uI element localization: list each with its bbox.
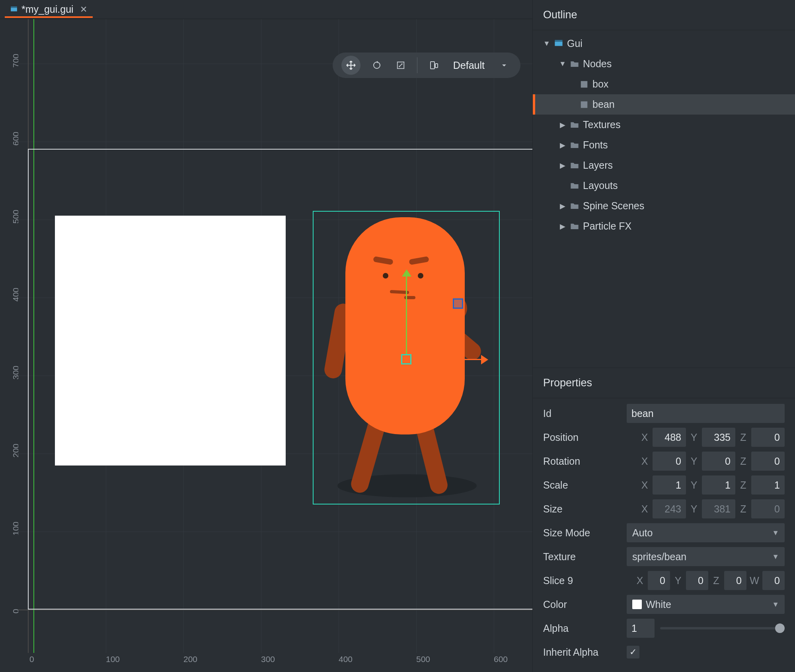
folder-icon bbox=[570, 121, 579, 129]
svg-rect-5 bbox=[435, 64, 438, 68]
move-tool-button[interactable] bbox=[341, 56, 360, 75]
horizontal-ruler: 0 100 200 300 400 500 600 bbox=[18, 653, 532, 672]
svg-point-2 bbox=[374, 62, 380, 68]
texture-label: Texture bbox=[543, 551, 623, 563]
id-label: Id bbox=[543, 408, 623, 419]
gizmo-y-axis[interactable] bbox=[406, 275, 407, 354]
chevron-down-icon: ▼ bbox=[772, 529, 779, 537]
gui-file-icon bbox=[10, 6, 18, 13]
svg-rect-6 bbox=[555, 41, 562, 46]
gizmo-origin[interactable] bbox=[401, 354, 411, 364]
rotation-z-input[interactable] bbox=[751, 452, 785, 471]
slice9-w-input[interactable] bbox=[762, 571, 785, 590]
position-y-input[interactable] bbox=[702, 428, 735, 447]
slice9-y-input[interactable] bbox=[686, 571, 708, 590]
axis-x-line bbox=[18, 610, 532, 610]
svg-rect-1 bbox=[11, 6, 17, 8]
size-mode-select[interactable]: Auto ▼ bbox=[627, 523, 785, 542]
alpha-label: Alpha bbox=[543, 623, 623, 634]
position-x-input[interactable] bbox=[653, 428, 686, 447]
gui-icon bbox=[554, 39, 563, 48]
tree-row-box[interactable]: box bbox=[533, 74, 795, 94]
chevron-right-icon: ▶ bbox=[559, 202, 566, 210]
box-node[interactable] bbox=[55, 216, 286, 466]
tree-row-layouts[interactable]: Layouts bbox=[533, 175, 795, 196]
size-mode-label: Size Mode bbox=[543, 527, 623, 539]
device-preview-button[interactable] bbox=[426, 58, 441, 73]
vertical-ruler: 700 600 500 400 300 200 100 0 bbox=[0, 19, 18, 653]
color-swatch bbox=[632, 600, 642, 609]
slice9-z-input[interactable] bbox=[724, 571, 746, 590]
chevron-down-icon: ▼ bbox=[772, 553, 779, 561]
folder-icon bbox=[570, 222, 579, 231]
properties-panel-title: Properties bbox=[533, 368, 795, 398]
tree-row-nodes[interactable]: ▼ Nodes bbox=[533, 54, 795, 74]
color-select[interactable]: White ▼ bbox=[627, 595, 785, 614]
color-label: Color bbox=[543, 599, 623, 610]
outline-panel-title: Outline bbox=[533, 0, 795, 30]
chevron-down-icon: ▼ bbox=[543, 39, 550, 48]
close-icon[interactable]: ✕ bbox=[80, 4, 87, 15]
layout-dropdown-caret[interactable] bbox=[497, 58, 512, 73]
chevron-right-icon: ▶ bbox=[559, 222, 566, 231]
folder-icon bbox=[570, 141, 579, 150]
scale-tool-button[interactable] bbox=[393, 58, 408, 73]
svg-rect-9 bbox=[581, 101, 588, 108]
tree-row-textures[interactable]: ▶ Textures bbox=[533, 115, 795, 135]
bean-node-selection[interactable] bbox=[313, 211, 500, 504]
rotation-x-input[interactable] bbox=[653, 452, 686, 471]
tab-my-gui[interactable]: *my_gui.gui ✕ bbox=[5, 1, 93, 18]
svg-rect-4 bbox=[431, 62, 435, 69]
svg-rect-0 bbox=[11, 8, 17, 11]
tree-row-gui[interactable]: ▼ Gui bbox=[533, 33, 795, 54]
gizmo-x-axis[interactable] bbox=[411, 359, 482, 360]
id-input[interactable] bbox=[627, 404, 785, 423]
inherit-alpha-label: Inherit Alpha bbox=[543, 647, 623, 658]
svg-rect-7 bbox=[555, 40, 562, 41]
scale-z-input[interactable] bbox=[751, 475, 785, 495]
size-y-input[interactable] bbox=[702, 499, 735, 518]
tree-row-fonts[interactable]: ▶ Fonts bbox=[533, 135, 795, 155]
tree-row-particle[interactable]: ▶ Particle FX bbox=[533, 216, 795, 236]
tab-label: *my_gui.gui bbox=[21, 4, 74, 15]
position-z-input[interactable] bbox=[751, 428, 785, 447]
slice9-x-input[interactable] bbox=[648, 571, 670, 590]
box-node-icon bbox=[580, 80, 588, 89]
folder-icon bbox=[570, 161, 579, 170]
inherit-alpha-checkbox[interactable]: ✓ bbox=[627, 646, 639, 658]
texture-select[interactable]: sprites/bean ▼ bbox=[627, 547, 785, 566]
size-z-input[interactable] bbox=[751, 499, 785, 518]
position-label: Position bbox=[543, 432, 623, 443]
scale-label: Scale bbox=[543, 479, 623, 491]
size-label: Size bbox=[543, 503, 623, 515]
folder-icon bbox=[570, 202, 579, 210]
scale-x-input[interactable] bbox=[653, 475, 686, 495]
tree-row-layers[interactable]: ▶ Layers bbox=[533, 155, 795, 175]
folder-icon bbox=[570, 60, 579, 68]
chevron-right-icon: ▶ bbox=[559, 141, 566, 150]
layout-selector-label[interactable]: Default bbox=[450, 60, 488, 71]
slice9-label: Slice 9 bbox=[543, 575, 623, 586]
tab-bar: *my_gui.gui ✕ bbox=[0, 0, 532, 19]
scene-canvas[interactable] bbox=[18, 19, 532, 653]
rotate-tool-button[interactable] bbox=[369, 58, 384, 73]
svg-rect-8 bbox=[581, 81, 588, 88]
outline-tree: ▼ Gui ▼ Nodes box bean ▶ Textures bbox=[533, 30, 795, 240]
chevron-right-icon: ▶ bbox=[559, 121, 566, 129]
gizmo-z-handle[interactable] bbox=[453, 298, 463, 309]
folder-icon bbox=[570, 181, 579, 190]
rotation-label: Rotation bbox=[543, 456, 623, 467]
viewport-toolbar: Default bbox=[333, 53, 520, 78]
scale-y-input[interactable] bbox=[702, 475, 735, 495]
alpha-input[interactable] bbox=[627, 619, 655, 638]
alpha-slider[interactable] bbox=[660, 627, 785, 629]
rotation-y-input[interactable] bbox=[702, 452, 735, 471]
tree-row-spine[interactable]: ▶ Spine Scenes bbox=[533, 196, 795, 216]
size-x-input[interactable] bbox=[653, 499, 686, 518]
chevron-down-icon: ▼ bbox=[772, 600, 779, 609]
chevron-right-icon: ▶ bbox=[559, 161, 566, 170]
properties-panel: Properties Id Position X Y Z Rotation bbox=[533, 368, 795, 672]
chevron-down-icon: ▼ bbox=[559, 60, 566, 68]
box-node-icon bbox=[580, 100, 588, 109]
tree-row-bean[interactable]: bean bbox=[533, 94, 795, 115]
